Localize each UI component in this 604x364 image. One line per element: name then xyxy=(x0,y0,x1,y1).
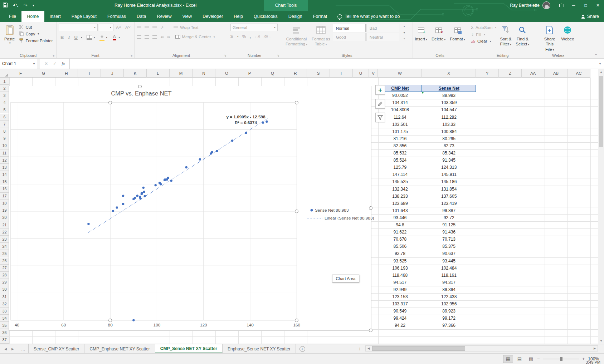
row-header-33[interactable]: 33 xyxy=(0,308,9,315)
table-cell[interactable]: 102.484 xyxy=(422,265,476,272)
tell-me-box[interactable]: Tell me what you want to do xyxy=(337,11,400,22)
ribbon-tab-design[interactable]: Design xyxy=(283,11,308,22)
column-header-J[interactable]: J xyxy=(101,69,124,78)
table-cell[interactable]: 92.78 xyxy=(378,250,422,257)
table-cell[interactable]: 90.549 xyxy=(378,308,422,315)
merge-center-button[interactable]: Merge & Center▾ xyxy=(174,34,216,40)
row-header-19[interactable]: 19 xyxy=(0,207,9,214)
save-icon[interactable] xyxy=(3,3,8,8)
table-cell[interactable]: 85.375 xyxy=(422,243,476,250)
table-cell[interactable]: 70.713 xyxy=(422,236,476,243)
cell-style-normal[interactable]: Normal xyxy=(333,24,366,32)
row-header-36[interactable]: 36 xyxy=(0,329,9,336)
table-cell[interactable]: 85.342 xyxy=(422,149,476,157)
row-header-4[interactable]: 4 xyxy=(0,99,9,106)
column-header-S[interactable]: S xyxy=(307,69,330,78)
table-cell[interactable]: 89.394 xyxy=(422,286,476,293)
ribbon-tab-data[interactable]: Data xyxy=(131,11,151,22)
row-header-18[interactable]: 18 xyxy=(0,200,9,207)
row-header-35[interactable]: 35 xyxy=(0,322,9,329)
cell-style-good[interactable]: Good xyxy=(333,33,366,41)
name-box[interactable]: Chart 1▾ xyxy=(0,59,37,69)
table-cell[interactable]: 85.532 xyxy=(378,149,422,157)
decrease-indent-icon[interactable]: ◂≡ xyxy=(160,35,164,39)
row-header-1[interactable]: 1 xyxy=(0,78,9,85)
format-painter-button[interactable]: Format Painter xyxy=(18,37,54,44)
decrease-decimal-icon[interactable]: .00→ xyxy=(264,35,271,38)
table-cell[interactable]: 80.295 xyxy=(422,135,476,142)
table-cell[interactable]: 82.856 xyxy=(378,142,422,149)
horizontal-scroll-thumb[interactable] xyxy=(372,346,465,351)
table-cell[interactable]: 94.22 xyxy=(378,322,422,329)
column-header-X[interactable]: X xyxy=(422,69,476,78)
table-cell[interactable]: 118.161 xyxy=(422,272,476,279)
share-this-file-button[interactable]: Share This File▾ xyxy=(540,24,559,53)
wrap-text-button[interactable]: Wrap Text xyxy=(172,24,200,31)
copy-button[interactable]: Copy▾ xyxy=(18,30,54,37)
table-cell[interactable]: 97.366 xyxy=(422,322,476,329)
row-header-26[interactable]: 26 xyxy=(0,257,9,265)
ribbon-tab-format[interactable]: Format xyxy=(308,11,333,22)
font-size-select[interactable]: ▾ xyxy=(99,24,113,31)
new-sheet-button[interactable]: + xyxy=(296,344,309,353)
vertical-scroll-thumb[interactable] xyxy=(599,76,603,147)
table-cell[interactable]: 118.468 xyxy=(378,272,422,279)
table-cell[interactable]: 103.317 xyxy=(378,300,422,308)
table-cell[interactable]: 100.884 xyxy=(422,128,476,135)
table-cell[interactable]: 102.956 xyxy=(422,300,476,308)
table-cell[interactable]: 106.193 xyxy=(378,265,422,272)
ribbon-tab-file[interactable]: File xyxy=(4,11,21,22)
row-header-5[interactable]: 5 xyxy=(0,106,9,113)
share-button[interactable]: Share xyxy=(581,11,599,22)
table-cell[interactable]: 124.313 xyxy=(422,164,476,171)
font-color-icon[interactable]: A xyxy=(112,34,117,40)
percent-format-icon[interactable]: % xyxy=(242,34,246,39)
clipboard-dialog-launcher-icon[interactable]: ↘ xyxy=(52,54,55,57)
column-header-W[interactable]: W xyxy=(378,69,422,78)
row-header-13[interactable]: 13 xyxy=(0,164,9,171)
ribbon-display-options-icon[interactable] xyxy=(555,0,568,11)
row-header-2[interactable]: 2 xyxy=(0,85,9,92)
table-cell[interactable]: 101.643 xyxy=(378,207,422,214)
paste-button[interactable]: Paste▾ xyxy=(2,24,17,46)
decrease-font-size-icon[interactable]: A˅ xyxy=(124,25,132,30)
borders-icon[interactable] xyxy=(87,35,92,40)
row-header-15[interactable]: 15 xyxy=(0,178,9,185)
fill-color-icon[interactable] xyxy=(99,33,104,41)
table-cell[interactable]: 147.114 xyxy=(378,171,422,178)
table-cell[interactable]: 99.172 xyxy=(422,315,476,322)
insert-function-icon[interactable]: fx xyxy=(62,61,65,67)
column-header-I[interactable]: I xyxy=(78,69,101,78)
table-cell[interactable]: 131.854 xyxy=(422,186,476,193)
sheet-tab-enphase_sense-net-xy-scatter[interactable]: Enphase_Sense NET XY Scatter xyxy=(223,344,296,353)
find-select-button[interactable]: Find & Select▾ xyxy=(513,24,531,48)
column-header-AC[interactable]: AC xyxy=(568,69,590,78)
table-cell[interactable]: 123.419 xyxy=(422,200,476,207)
undo-icon[interactable]: ↶▾ xyxy=(13,3,18,8)
column-header-U[interactable]: U xyxy=(353,69,369,78)
number-format-select[interactable]: General▾ xyxy=(230,24,278,31)
fill-button[interactable]: ⇩Fill▾ xyxy=(469,31,498,38)
row-header-14[interactable]: 14 xyxy=(0,171,9,178)
zoom-slider[interactable] xyxy=(543,359,579,359)
row-header-28[interactable]: 28 xyxy=(0,272,9,279)
align-right-icon[interactable] xyxy=(152,35,157,39)
name-box-splitter[interactable] xyxy=(37,59,40,69)
align-bottom-icon[interactable] xyxy=(152,26,157,29)
row-header-23[interactable]: 23 xyxy=(0,236,9,243)
increase-font-size-icon[interactable]: A˄ xyxy=(115,25,123,30)
table-cell[interactable]: 123.689 xyxy=(378,200,422,207)
horizontal-scrollbar[interactable]: ◀ ▶ xyxy=(365,345,598,351)
sort-filter-button[interactable]: Sort & Filter▾ xyxy=(498,24,513,48)
insert-cells-button[interactable]: + Insert▾ xyxy=(413,24,429,42)
table-cell[interactable]: 88.983 xyxy=(422,92,476,99)
table-cell[interactable]: 145.525 xyxy=(378,178,422,185)
row-header-34[interactable]: 34 xyxy=(0,315,9,322)
italic-button[interactable]: I xyxy=(66,34,72,40)
format-as-table-button[interactable]: Format as Table▾ xyxy=(310,24,332,48)
sheet-tab-sense_cmp-xy-scatter[interactable]: Sense_CMP XY Scatter xyxy=(29,344,85,353)
zoom-slider-thumb[interactable] xyxy=(560,357,562,361)
table-cell[interactable]: 101.175 xyxy=(378,128,422,135)
sheet-tab-cmp_sense-net-xy-scatter[interactable]: CMP_Sense NET XY Scatter xyxy=(155,344,223,353)
row-header-11[interactable]: 11 xyxy=(0,149,9,157)
